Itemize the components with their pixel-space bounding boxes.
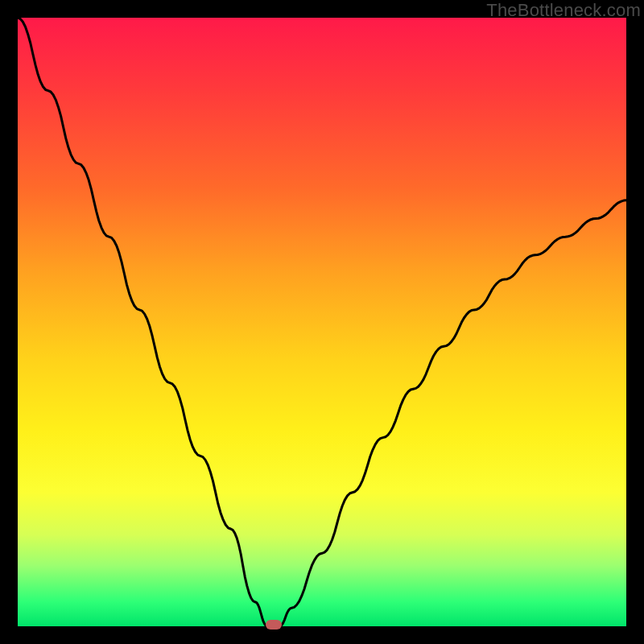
watermark-text: TheBottleneck.com <box>486 0 641 21</box>
optimal-point-marker <box>266 620 282 630</box>
chart-frame <box>18 18 626 626</box>
bottleneck-curve <box>18 18 626 626</box>
